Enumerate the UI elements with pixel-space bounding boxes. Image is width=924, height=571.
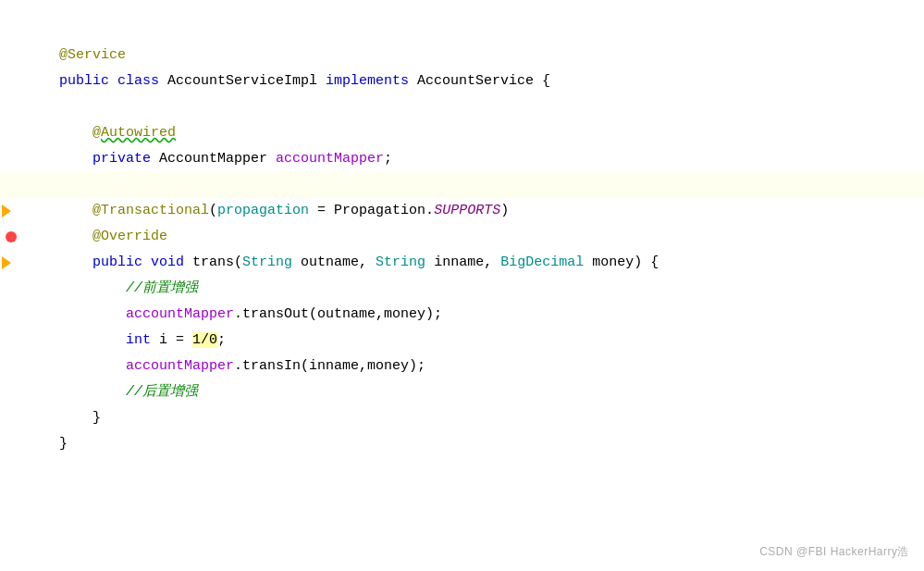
annotation-service: @Service bbox=[59, 47, 126, 63]
type-bigdecimal: BigDecimal bbox=[500, 254, 584, 270]
gutter-5 bbox=[0, 120, 44, 146]
line-content-12: accountMapper.transOut(outname,money); bbox=[44, 302, 924, 328]
param-propagation: propagation bbox=[217, 203, 309, 218]
line-content-16: } bbox=[44, 405, 924, 431]
breakpoint-9 bbox=[6, 231, 17, 242]
annotation-transactional: @Transactional bbox=[92, 203, 209, 218]
comment-before: //前置增强 bbox=[126, 280, 198, 296]
gutter-7 bbox=[0, 172, 44, 198]
line-content-3: public class AccountServiceImpl implemen… bbox=[44, 68, 924, 94]
gutter-9 bbox=[0, 224, 44, 250]
code-line-9: @Override bbox=[0, 224, 924, 250]
gutter-2 bbox=[0, 43, 44, 68]
code-line-8: @Transactional(propagation = Propagation… bbox=[0, 198, 924, 224]
gutter-6 bbox=[0, 146, 44, 172]
line-content-14: accountMapper.transIn(inname,money); bbox=[44, 354, 924, 379]
line-content-9: @Override bbox=[44, 224, 924, 250]
code-line-15: //后置增强 bbox=[0, 379, 924, 405]
debug-arrow-8 bbox=[2, 205, 11, 217]
gutter-10 bbox=[0, 250, 44, 276]
gutter-3 bbox=[0, 68, 44, 94]
code-line-16: } bbox=[0, 405, 924, 431]
field-accountmapper: accountMapper bbox=[276, 151, 384, 167]
line-content-17: } bbox=[44, 431, 924, 457]
gutter-16 bbox=[0, 405, 44, 431]
watermark: CSDN @FBI HackerHarry浩 bbox=[759, 544, 909, 560]
gutter-1 bbox=[0, 17, 44, 43]
gutter-13 bbox=[0, 328, 44, 354]
code-line-4 bbox=[0, 94, 924, 120]
code-line-3: public class AccountServiceImpl implemen… bbox=[0, 68, 924, 94]
line-content-1 bbox=[44, 17, 924, 43]
annotation-override: @Override bbox=[92, 229, 167, 244]
kw-implements: implements bbox=[326, 73, 409, 89]
code-line-10: public void trans(String outname, String… bbox=[0, 250, 924, 276]
propagation-supports: SUPPORTS bbox=[434, 203, 500, 218]
type-string1: String bbox=[242, 254, 292, 270]
gutter-14 bbox=[0, 354, 44, 379]
line-content-8: @Transactional(propagation = Propagation… bbox=[44, 198, 924, 224]
line-content-10: public void trans(String outname, String… bbox=[44, 250, 924, 276]
field-ref-2: accountMapper bbox=[126, 358, 234, 374]
kw-class: class bbox=[117, 73, 159, 89]
code-container: @Service public class AccountServiceImpl… bbox=[0, 0, 924, 571]
code-line-17: } bbox=[0, 431, 924, 457]
gutter-8 bbox=[0, 198, 44, 224]
line-content-15: //后置增强 bbox=[44, 379, 924, 405]
line-content-2: @Service bbox=[44, 43, 924, 68]
code-line-11: //前置增强 bbox=[0, 276, 924, 302]
code-line-7 bbox=[0, 172, 924, 198]
gutter-11 bbox=[0, 276, 44, 302]
line-content-6: private AccountMapper accountMapper; bbox=[44, 146, 924, 172]
code-line-1 bbox=[0, 17, 924, 43]
line-content-5: @Autowired bbox=[44, 120, 924, 146]
debug-arrow-10 bbox=[2, 256, 11, 269]
code-line-2: @Service bbox=[0, 43, 924, 68]
kw-public2: public bbox=[92, 254, 142, 270]
code-line-5: @Autowired bbox=[0, 120, 924, 146]
code-line-6: private AccountMapper accountMapper; bbox=[0, 146, 924, 172]
gutter-12 bbox=[0, 302, 44, 328]
annotation-autowired: @Autowired bbox=[92, 125, 176, 141]
type-string2: String bbox=[376, 254, 425, 270]
kw-private: private bbox=[92, 151, 151, 167]
expression-10: 1/0 bbox=[192, 332, 217, 348]
line-content-4 bbox=[44, 94, 924, 120]
kw-void: void bbox=[151, 254, 184, 270]
field-ref-1: accountMapper bbox=[126, 306, 234, 322]
line-content-7 bbox=[44, 172, 924, 198]
code-area: @Service public class AccountServiceImpl… bbox=[0, 0, 924, 571]
comment-after: //后置增强 bbox=[126, 384, 198, 400]
code-line-13: int i = 1/0; bbox=[0, 328, 924, 354]
code-line-12: accountMapper.transOut(outname,money); bbox=[0, 302, 924, 328]
line-content-13: int i = 1/0; bbox=[44, 328, 924, 354]
gutter-4 bbox=[0, 94, 44, 120]
kw-public: public bbox=[59, 73, 109, 89]
line-content-11: //前置增强 bbox=[44, 276, 924, 302]
kw-int: int bbox=[126, 332, 151, 348]
code-line-14: accountMapper.transIn(inname,money); bbox=[0, 354, 924, 379]
gutter-17 bbox=[0, 431, 44, 457]
gutter-15 bbox=[0, 379, 44, 405]
